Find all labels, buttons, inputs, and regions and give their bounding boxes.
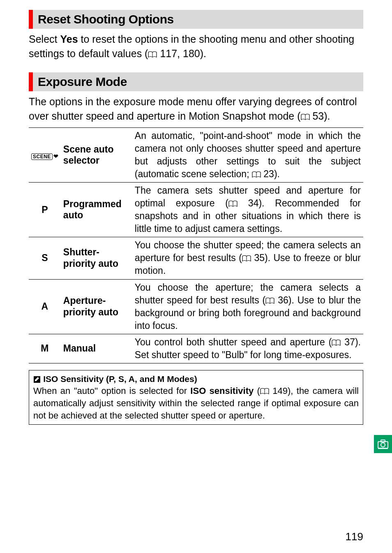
book-icon	[148, 47, 157, 54]
table-row: MManualYou control both shutter speed an…	[29, 334, 363, 363]
mode-code: S	[29, 237, 61, 279]
iso-note-mid: (	[254, 386, 260, 396]
book-icon	[260, 386, 269, 392]
mode-description: You choose the shutter speed; the camera…	[132, 237, 363, 279]
mode-label: Shutter-priority auto	[61, 237, 132, 279]
book-icon	[242, 252, 251, 259]
table-row: SCENE❤Scene auto selectorAn automatic, "…	[29, 128, 363, 183]
book-icon	[252, 169, 261, 175]
iso-note-title: ISO Sensitivity (P, S, A, and M Modes)	[43, 374, 197, 384]
exposure-body-ref: 53).	[310, 110, 330, 122]
book-icon	[332, 337, 341, 343]
table-row: AAperture-priority autoYou choose the ap…	[29, 279, 363, 334]
pencil-icon	[33, 374, 41, 384]
reset-body-ref: 117, 180).	[157, 48, 206, 59]
reset-body-yes: Yes	[60, 33, 78, 45]
mode-label: Programmed auto	[61, 183, 132, 237]
iso-note-pre: When an "auto" option is selected for	[33, 386, 190, 396]
exposure-mode-table: SCENE❤Scene auto selectorAn automatic, "…	[29, 127, 363, 363]
mode-label: Scene auto selector	[61, 128, 132, 183]
mode-description: The camera sets shutter speed and apertu…	[132, 183, 363, 237]
reset-heading: Reset Shooting Options	[29, 10, 363, 29]
table-row: PProgrammed autoThe camera sets shutter …	[29, 183, 363, 237]
mode-description: An automatic, "point-and-shoot" mode in …	[132, 128, 363, 183]
book-icon	[228, 198, 238, 204]
reset-body: Select Yes to reset the options in the s…	[29, 32, 363, 61]
scene-auto-icon: SCENE❤	[31, 153, 58, 160]
mode-description: You choose the aperture; the camera sele…	[132, 279, 363, 334]
mode-label: Aperture-priority auto	[61, 279, 132, 334]
mode-label: Manual	[61, 334, 132, 363]
iso-note-box: ISO Sensitivity (P, S, A, and M Modes) W…	[29, 370, 363, 425]
reset-body-pre: Select	[29, 33, 60, 45]
mode-code: SCENE❤	[29, 128, 61, 183]
exposure-heading: Exposure Mode	[29, 72, 363, 91]
mode-code: A	[29, 279, 61, 334]
table-row: SShutter-priority autoYou choose the shu…	[29, 237, 363, 279]
exposure-body: The options in the exposure mode menu of…	[29, 95, 363, 123]
book-icon	[301, 110, 310, 116]
book-icon	[265, 295, 274, 301]
mode-code: M	[29, 334, 61, 363]
mode-code: P	[29, 183, 61, 237]
mode-description: You control both shutter speed and apert…	[132, 334, 363, 363]
iso-note-bold: ISO sensitivity	[190, 386, 254, 396]
